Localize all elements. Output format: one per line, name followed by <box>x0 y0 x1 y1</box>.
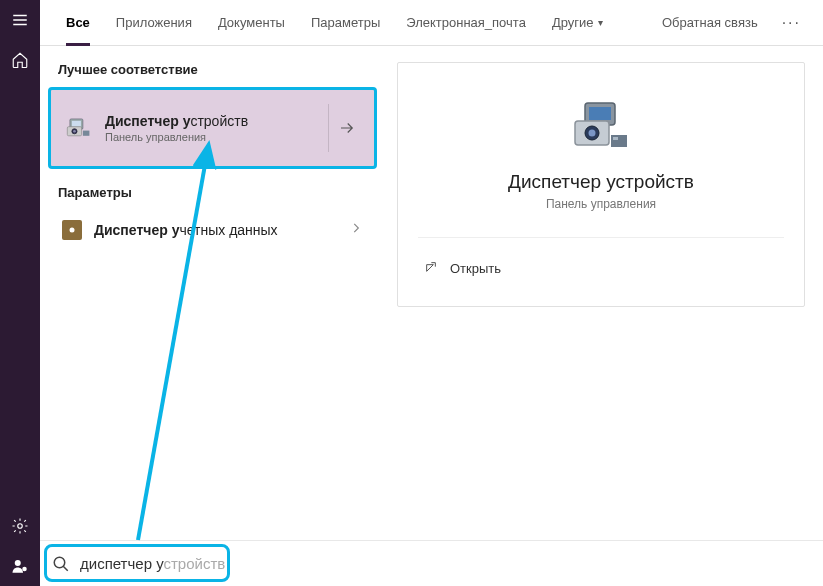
svg-point-9 <box>70 228 75 233</box>
menu-button[interactable] <box>0 0 40 40</box>
result-title: Диспетчер учетных данных <box>94 222 278 238</box>
result-title: Диспетчер устройств <box>105 113 248 129</box>
chevron-down-icon: ▾ <box>598 17 603 28</box>
user-button[interactable] <box>0 546 40 586</box>
search-results: Лучшее соответствие Диспетчер устройств … <box>40 46 385 586</box>
open-icon <box>422 260 438 276</box>
arrow-right-icon <box>338 119 356 137</box>
user-icon <box>11 557 29 575</box>
search-input[interactable]: диспетчер устройств <box>80 555 225 572</box>
svg-rect-4 <box>72 121 81 127</box>
gear-icon <box>11 517 29 535</box>
svg-point-2 <box>22 567 27 572</box>
tab-more[interactable]: Другие▾ <box>540 0 615 46</box>
svg-rect-15 <box>611 135 627 147</box>
credential-manager-icon <box>62 220 82 240</box>
search-bar[interactable]: диспетчер устройств <box>40 540 823 586</box>
settings-button[interactable] <box>0 506 40 546</box>
home-icon <box>11 51 29 69</box>
svg-point-0 <box>18 524 23 529</box>
expand-result-button[interactable] <box>328 104 364 152</box>
start-rail <box>0 0 40 586</box>
svg-point-14 <box>589 130 596 137</box>
svg-rect-11 <box>589 107 611 120</box>
settings-heading: Параметры <box>40 169 385 210</box>
result-device-manager[interactable]: Диспетчер устройств Панель управления <box>48 87 377 169</box>
device-manager-large-icon <box>571 101 631 153</box>
svg-rect-16 <box>613 137 618 140</box>
result-subtitle: Панель управления <box>105 131 248 143</box>
hamburger-icon <box>11 11 29 29</box>
search-icon <box>52 555 70 573</box>
tab-apps[interactable]: Приложения <box>104 0 204 46</box>
svg-point-1 <box>15 560 21 566</box>
detail-subtitle: Панель управления <box>418 197 784 211</box>
best-match-heading: Лучшее соответствие <box>40 46 385 87</box>
tab-settings[interactable]: Параметры <box>299 0 392 46</box>
svg-point-7 <box>73 130 76 133</box>
search-filter-tabs: Все Приложения Документы Параметры Элект… <box>40 0 823 46</box>
device-manager-icon <box>65 114 93 142</box>
detail-title: Диспетчер устройств <box>418 171 784 193</box>
open-action[interactable]: Открыть <box>418 254 784 282</box>
result-credential-manager[interactable]: Диспетчер учетных данных <box>48 210 377 250</box>
home-button[interactable] <box>0 40 40 80</box>
more-options-button[interactable]: ··· <box>774 14 809 32</box>
tab-all[interactable]: Все <box>54 0 102 46</box>
chevron-right-icon <box>349 221 363 239</box>
feedback-link[interactable]: Обратная связь <box>648 15 772 30</box>
tab-documents[interactable]: Документы <box>206 0 297 46</box>
svg-point-17 <box>54 557 65 568</box>
svg-rect-8 <box>83 131 90 136</box>
result-detail-pane: Диспетчер устройств Панель управления От… <box>385 46 823 586</box>
tab-email[interactable]: Электронная_почта <box>394 0 538 46</box>
